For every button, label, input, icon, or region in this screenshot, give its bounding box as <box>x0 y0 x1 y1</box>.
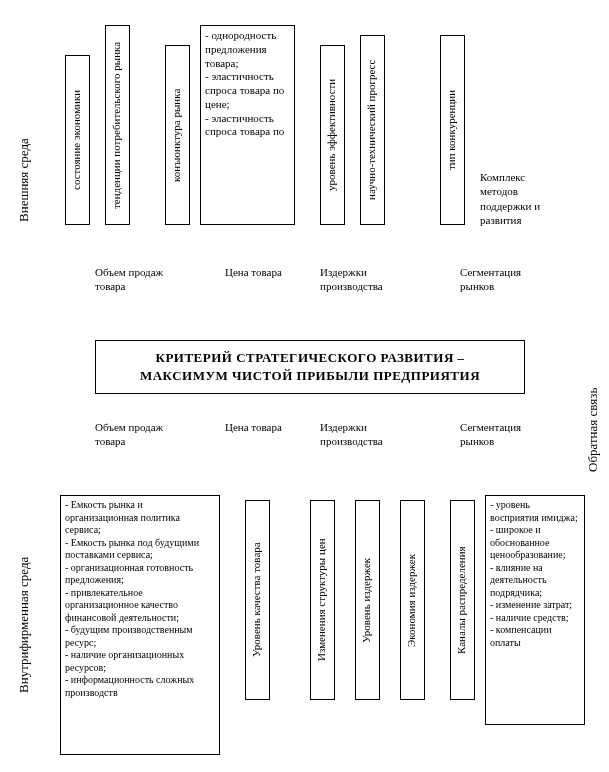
mid-upper-c2: Цена товара <box>225 265 285 279</box>
mid-upper-c3: Издержки производства <box>320 265 420 294</box>
bottom-col1-list: - Емкость рынка и организационная полити… <box>60 495 220 755</box>
top-col4-text: Комплекс методов поддержки и развития <box>480 170 565 227</box>
bottom-vbox-5: Экономия издержек <box>400 500 425 700</box>
bottom-col4-list: - уровень восприятия имиджа; - широкое и… <box>485 495 585 725</box>
label-feedback: Обратная связь <box>585 370 601 490</box>
bottom-vbox-6: Каналы распределения <box>450 500 475 700</box>
bottom-vbox-2: Уровень качества товара <box>245 500 270 700</box>
mid-lower-c1: Объем продаж товара <box>95 420 165 449</box>
mid-lower-c4: Сегментация рынков <box>460 420 550 449</box>
mid-lower-c2: Цена товара <box>225 420 285 434</box>
top-vbox-2: тенденции потребительского рынка <box>105 25 130 225</box>
top-vbox-5: научно-технический прогресс <box>360 35 385 225</box>
top-vbox-1: состояние экономики <box>65 55 90 225</box>
mid-lower-c3: Издержки производства <box>320 420 420 449</box>
center-line1: КРИТЕРИЙ СТРАТЕГИЧЕСКОГО РАЗВИТИЯ – <box>106 349 514 367</box>
center-line2: МАКСИМУМ ЧИСТОЙ ПРИБЫЛИ ПРЕДПРИЯТИЯ <box>106 367 514 385</box>
mid-upper-c1: Объем продаж товара <box>95 265 165 294</box>
mid-upper-c4: Сегментация рынков <box>460 265 550 294</box>
bottom-vbox-4: Уровень издержек <box>355 500 380 700</box>
top-col3-list: - однородность предложения товара; - эла… <box>200 25 295 225</box>
top-vbox-4: уровень эффективности <box>320 45 345 225</box>
label-internal-env: Внутрифирменная среда <box>16 540 32 710</box>
bottom-vbox-3: Изменения структуры цен <box>310 500 335 700</box>
top-vbox-6: тип конкуренции <box>440 35 465 225</box>
label-external-env: Внешняя среда <box>16 120 32 240</box>
top-vbox-3: конъюнктура рынка <box>165 45 190 225</box>
center-criterion-box: КРИТЕРИЙ СТРАТЕГИЧЕСКОГО РАЗВИТИЯ – МАКС… <box>95 340 525 394</box>
